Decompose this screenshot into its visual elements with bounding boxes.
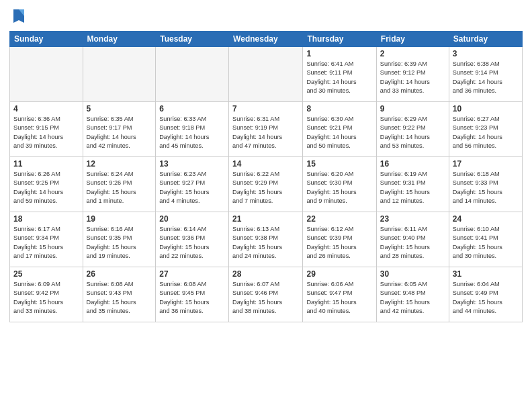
day-cell: 19Sunrise: 6:16 AM Sunset: 9:35 PM Dayli… xyxy=(83,212,156,267)
day-info: Sunrise: 6:14 AM Sunset: 9:36 PM Dayligh… xyxy=(159,225,225,261)
day-number: 18 xyxy=(13,214,79,224)
day-cell: 12Sunrise: 6:24 AM Sunset: 9:26 PM Dayli… xyxy=(83,157,156,212)
day-info: Sunrise: 6:23 AM Sunset: 9:27 PM Dayligh… xyxy=(159,170,225,205)
col-header-saturday: Saturday xyxy=(449,32,522,47)
day-info: Sunrise: 6:06 AM Sunset: 9:47 PM Dayligh… xyxy=(306,280,372,316)
day-info: Sunrise: 6:35 AM Sunset: 9:17 PM Dayligh… xyxy=(87,115,152,150)
day-info: Sunrise: 6:10 AM Sunset: 9:41 PM Dayligh… xyxy=(453,225,519,261)
day-number: 20 xyxy=(159,214,225,224)
day-cell: 20Sunrise: 6:14 AM Sunset: 9:36 PM Dayli… xyxy=(156,212,229,267)
day-number: 24 xyxy=(453,214,519,224)
day-cell: 6Sunrise: 6:33 AM Sunset: 9:18 PM Daylig… xyxy=(156,102,229,157)
day-cell xyxy=(10,47,83,102)
day-number: 1 xyxy=(306,49,372,58)
day-number: 16 xyxy=(380,159,445,169)
day-cell: 14Sunrise: 6:22 AM Sunset: 9:29 PM Dayli… xyxy=(229,157,303,212)
day-info: Sunrise: 6:04 AM Sunset: 9:49 PM Dayligh… xyxy=(453,280,519,316)
day-number: 5 xyxy=(87,104,152,113)
day-info: Sunrise: 6:17 AM Sunset: 9:34 PM Dayligh… xyxy=(13,225,79,261)
day-cell: 10Sunrise: 6:27 AM Sunset: 9:23 PM Dayli… xyxy=(449,102,522,157)
day-number: 26 xyxy=(87,269,152,279)
day-info: Sunrise: 6:30 AM Sunset: 9:21 PM Dayligh… xyxy=(306,115,372,150)
day-info: Sunrise: 6:08 AM Sunset: 9:45 PM Dayligh… xyxy=(159,280,225,316)
day-info: Sunrise: 6:19 AM Sunset: 9:31 PM Dayligh… xyxy=(380,170,445,205)
day-cell: 22Sunrise: 6:12 AM Sunset: 9:39 PM Dayli… xyxy=(303,212,376,267)
logo-icon xyxy=(11,7,27,26)
day-cell: 7Sunrise: 6:31 AM Sunset: 9:19 PM Daylig… xyxy=(229,102,303,157)
day-number: 25 xyxy=(13,269,79,279)
col-header-wednesday: Wednesday xyxy=(229,32,303,47)
day-cell: 18Sunrise: 6:17 AM Sunset: 9:34 PM Dayli… xyxy=(10,212,83,267)
week-row-4: 18Sunrise: 6:17 AM Sunset: 9:34 PM Dayli… xyxy=(10,212,523,267)
day-info: Sunrise: 6:07 AM Sunset: 9:46 PM Dayligh… xyxy=(232,280,299,316)
day-number: 28 xyxy=(232,269,299,279)
day-info: Sunrise: 6:31 AM Sunset: 9:19 PM Dayligh… xyxy=(232,115,299,150)
day-info: Sunrise: 6:26 AM Sunset: 9:25 PM Dayligh… xyxy=(13,170,79,205)
day-number: 14 xyxy=(232,159,299,169)
col-header-tuesday: Tuesday xyxy=(156,32,229,47)
day-number: 22 xyxy=(306,214,372,224)
day-number: 4 xyxy=(13,104,79,113)
day-cell: 17Sunrise: 6:18 AM Sunset: 9:33 PM Dayli… xyxy=(449,157,522,212)
day-number: 17 xyxy=(453,159,519,169)
day-info: Sunrise: 6:05 AM Sunset: 9:48 PM Dayligh… xyxy=(380,280,445,316)
day-info: Sunrise: 6:41 AM Sunset: 9:11 PM Dayligh… xyxy=(306,60,372,95)
day-number: 9 xyxy=(380,104,445,113)
day-cell: 26Sunrise: 6:08 AM Sunset: 9:43 PM Dayli… xyxy=(83,267,156,322)
day-number: 7 xyxy=(232,104,299,113)
day-number: 13 xyxy=(159,159,225,169)
day-cell: 2Sunrise: 6:39 AM Sunset: 9:12 PM Daylig… xyxy=(376,47,449,102)
day-number: 10 xyxy=(453,104,519,113)
day-cell: 15Sunrise: 6:20 AM Sunset: 9:30 PM Dayli… xyxy=(303,157,376,212)
day-cell: 23Sunrise: 6:11 AM Sunset: 9:40 PM Dayli… xyxy=(376,212,449,267)
day-info: Sunrise: 6:36 AM Sunset: 9:15 PM Dayligh… xyxy=(13,115,79,150)
day-cell: 29Sunrise: 6:06 AM Sunset: 9:47 PM Dayli… xyxy=(303,267,376,322)
day-info: Sunrise: 6:20 AM Sunset: 9:30 PM Dayligh… xyxy=(306,170,372,205)
day-number: 31 xyxy=(453,269,519,279)
day-info: Sunrise: 6:09 AM Sunset: 9:42 PM Dayligh… xyxy=(13,280,79,316)
day-cell: 16Sunrise: 6:19 AM Sunset: 9:31 PM Dayli… xyxy=(376,157,449,212)
day-cell: 11Sunrise: 6:26 AM Sunset: 9:25 PM Dayli… xyxy=(10,157,83,212)
day-cell: 9Sunrise: 6:29 AM Sunset: 9:22 PM Daylig… xyxy=(376,102,449,157)
col-header-friday: Friday xyxy=(376,32,449,47)
day-cell: 24Sunrise: 6:10 AM Sunset: 9:41 PM Dayli… xyxy=(449,212,522,267)
col-header-sunday: Sunday xyxy=(10,32,83,47)
calendar-table: SundayMondayTuesdayWednesdayThursdayFrid… xyxy=(9,31,523,322)
day-info: Sunrise: 6:27 AM Sunset: 9:23 PM Dayligh… xyxy=(453,115,519,150)
day-info: Sunrise: 6:29 AM Sunset: 9:22 PM Dayligh… xyxy=(380,115,445,150)
day-cell: 27Sunrise: 6:08 AM Sunset: 9:45 PM Dayli… xyxy=(156,267,229,322)
day-cell: 21Sunrise: 6:13 AM Sunset: 9:38 PM Dayli… xyxy=(229,212,303,267)
calendar-header-row: SundayMondayTuesdayWednesdayThursdayFrid… xyxy=(10,32,523,47)
day-cell: 30Sunrise: 6:05 AM Sunset: 9:48 PM Dayli… xyxy=(376,267,449,322)
day-info: Sunrise: 6:08 AM Sunset: 9:43 PM Dayligh… xyxy=(87,280,152,316)
col-header-thursday: Thursday xyxy=(303,32,376,47)
day-number: 23 xyxy=(380,214,445,224)
day-info: Sunrise: 6:39 AM Sunset: 9:12 PM Dayligh… xyxy=(380,60,445,95)
col-header-monday: Monday xyxy=(83,32,156,47)
day-cell xyxy=(83,47,156,102)
day-number: 12 xyxy=(87,159,152,169)
day-number: 27 xyxy=(159,269,225,279)
day-info: Sunrise: 6:33 AM Sunset: 9:18 PM Dayligh… xyxy=(159,115,225,150)
week-row-3: 11Sunrise: 6:26 AM Sunset: 9:25 PM Dayli… xyxy=(10,157,523,212)
day-info: Sunrise: 6:11 AM Sunset: 9:40 PM Dayligh… xyxy=(380,225,445,261)
day-number: 19 xyxy=(87,214,152,224)
page: SundayMondayTuesdayWednesdayThursdayFrid… xyxy=(0,0,532,411)
day-cell: 5Sunrise: 6:35 AM Sunset: 9:17 PM Daylig… xyxy=(83,102,156,157)
day-number: 29 xyxy=(306,269,372,279)
day-number: 2 xyxy=(380,49,445,58)
week-row-5: 25Sunrise: 6:09 AM Sunset: 9:42 PM Dayli… xyxy=(10,267,523,322)
day-cell: 25Sunrise: 6:09 AM Sunset: 9:42 PM Dayli… xyxy=(10,267,83,322)
day-number: 11 xyxy=(13,159,79,169)
day-number: 15 xyxy=(306,159,372,169)
day-number: 30 xyxy=(380,269,445,279)
day-number: 8 xyxy=(306,104,372,113)
day-cell xyxy=(156,47,229,102)
day-cell: 3Sunrise: 6:38 AM Sunset: 9:14 PM Daylig… xyxy=(449,47,522,102)
day-cell: 4Sunrise: 6:36 AM Sunset: 9:15 PM Daylig… xyxy=(10,102,83,157)
week-row-2: 4Sunrise: 6:36 AM Sunset: 9:15 PM Daylig… xyxy=(10,102,523,157)
day-info: Sunrise: 6:24 AM Sunset: 9:26 PM Dayligh… xyxy=(87,170,152,205)
day-cell: 28Sunrise: 6:07 AM Sunset: 9:46 PM Dayli… xyxy=(229,267,303,322)
day-cell: 1Sunrise: 6:41 AM Sunset: 9:11 PM Daylig… xyxy=(303,47,376,102)
day-cell xyxy=(229,47,303,102)
